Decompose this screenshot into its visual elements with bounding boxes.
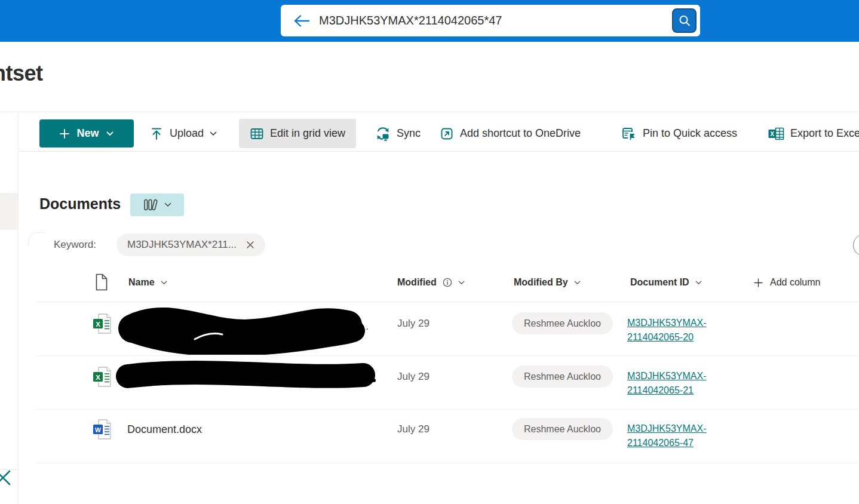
add-column-label: Add column	[770, 277, 821, 288]
pin-icon	[621, 127, 637, 141]
edit-in-grid-view-button[interactable]: Edit in grid view	[239, 119, 356, 148]
modified-by-cell[interactable]: Reshmee Auckloo	[512, 365, 613, 388]
modified-by-cell[interactable]: Reshmee Auckloo	[512, 418, 613, 440]
chevron-down-icon	[161, 281, 167, 285]
chevron-down-icon	[164, 202, 171, 207]
person-pill: Reshmee Auckloo	[512, 312, 613, 334]
chevron-down-icon	[695, 281, 702, 285]
export-label: Export to Excel	[790, 127, 859, 140]
filter-bar-corner	[28, 232, 45, 247]
pin-to-quick-access-button[interactable]: Pin to Quick access	[621, 119, 737, 147]
document-id-line1: M3DJHK53YMAX-	[627, 369, 706, 383]
pin-label: Pin to Quick access	[643, 127, 737, 140]
close-icon[interactable]	[0, 469, 11, 486]
info-icon	[443, 278, 452, 287]
chevron-down-icon	[574, 281, 581, 285]
excel-export-icon: X	[768, 127, 784, 140]
left-rail-divider	[18, 112, 19, 504]
document-id-line1: M3DJHK53YMAX-	[627, 316, 706, 330]
add-shortcut-to-onedrive-button[interactable]: Add shortcut to OneDrive	[440, 119, 581, 147]
chevron-down-icon	[458, 281, 465, 285]
word-file-icon: W	[93, 419, 112, 440]
sync-button[interactable]: Sync	[375, 119, 421, 147]
search-button[interactable]	[672, 8, 697, 33]
divider	[0, 112, 859, 112]
upload-button[interactable]: Upload	[149, 119, 217, 147]
new-button-label: New	[76, 127, 99, 140]
search-box[interactable]	[281, 5, 700, 36]
sharepoint-library-page: ntset New Upload Ed	[0, 0, 859, 504]
keyword-filter-label: Keyword:	[54, 239, 96, 251]
keyword-filter-chip-value: M3DJHK53YMAX*211...	[127, 239, 237, 251]
row-divider	[36, 355, 859, 356]
excel-file-icon: X	[93, 313, 112, 334]
modified-by-cell[interactable]: Reshmee Auckloo	[512, 312, 613, 334]
document-id-link[interactable]: M3DJHK53YMAX- 2114042065-21	[627, 369, 706, 398]
column-header-name-label: Name	[128, 277, 155, 288]
column-header-modified-by[interactable]: Modified By	[514, 277, 581, 288]
edit-in-grid-view-label: Edit in grid view	[270, 127, 345, 140]
column-header-modified-by-label: Modified By	[514, 277, 568, 288]
document-icon	[94, 273, 108, 291]
export-to-excel-button[interactable]: X Export to Excel	[768, 119, 859, 147]
document-id-line1: M3DJHK53YMAX-	[627, 422, 706, 436]
file-type-column-header[interactable]	[94, 273, 108, 291]
chevron-down-icon	[210, 131, 217, 136]
svg-text:X: X	[96, 374, 100, 381]
sync-label: Sync	[397, 127, 421, 140]
search-icon	[678, 14, 691, 27]
site-title: ntset	[0, 61, 43, 86]
modified-cell: July 29	[397, 371, 430, 383]
view-selector-dropdown[interactable]	[130, 193, 184, 216]
modified-cell: July 29	[397, 318, 430, 330]
upload-label: Upload	[170, 127, 204, 140]
suite-top-bar	[0, 0, 859, 42]
plus-icon	[754, 278, 763, 287]
document-id-line2: 2114042065-20	[627, 330, 706, 345]
svg-text:X: X	[770, 131, 774, 137]
row-divider	[36, 409, 859, 410]
name-truncation-dots: ..	[363, 321, 369, 332]
divider	[18, 151, 859, 152]
left-rail-selected-item[interactable]	[0, 193, 18, 230]
person-pill: Reshmee Auckloo	[512, 365, 613, 388]
person-pill: Reshmee Auckloo	[512, 418, 613, 440]
column-header-name[interactable]: Name	[128, 277, 167, 288]
column-header-modified[interactable]: Modified	[397, 277, 465, 288]
keyword-filter-chip[interactable]: M3DJHK53YMAX*211...	[116, 233, 265, 256]
modified-cell: July 29	[397, 423, 430, 435]
library-title: Documents	[39, 195, 121, 213]
document-id-link[interactable]: M3DJHK53YMAX- 2114042065-20	[627, 316, 706, 345]
sync-icon	[375, 126, 391, 142]
row-divider	[36, 302, 859, 302]
svg-text:W: W	[95, 426, 101, 434]
column-header-modified-label: Modified	[397, 277, 437, 288]
file-name-link[interactable]: Document.docx	[127, 423, 202, 436]
close-icon[interactable]	[246, 241, 254, 249]
excel-file-icon: X	[93, 366, 112, 388]
shortcut-arrow-icon	[440, 127, 454, 141]
plus-icon	[60, 129, 69, 139]
library-view-icon	[143, 198, 158, 211]
search-input[interactable]	[311, 14, 672, 27]
svg-text:X: X	[96, 321, 100, 328]
grid-icon	[250, 127, 264, 140]
document-id-link[interactable]: M3DJHK53YMAX- 2114042065-47	[627, 422, 706, 450]
back-arrow-icon[interactable]	[293, 13, 311, 29]
redacted-name-scribble	[118, 305, 372, 355]
redacted-name-scribble	[115, 358, 381, 395]
document-id-line2: 2114042065-47	[627, 436, 706, 450]
row-divider	[36, 463, 859, 463]
new-button[interactable]: New	[39, 119, 134, 147]
upload-icon	[149, 127, 164, 141]
chevron-down-icon	[106, 131, 113, 136]
document-id-line2: 2114042065-21	[627, 383, 706, 398]
column-header-document-id-label: Document ID	[630, 277, 689, 288]
add-shortcut-label: Add shortcut to OneDrive	[460, 127, 581, 140]
add-column-button[interactable]: Add column	[754, 277, 821, 288]
column-header-document-id[interactable]: Document ID	[630, 277, 702, 288]
filter-pane-button[interactable]	[853, 234, 859, 256]
